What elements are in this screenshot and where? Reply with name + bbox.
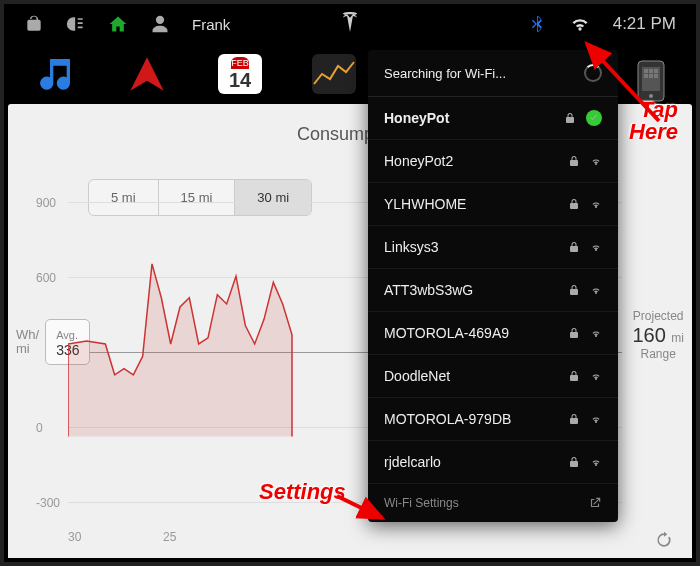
username-label[interactable]: Frank [192,16,230,33]
lock-icon [564,112,576,124]
xtick-30: 30 [68,530,81,544]
wifi-signal-icon [590,198,602,210]
person-icon[interactable] [150,14,170,34]
wifi-icon[interactable] [569,14,591,34]
phone-app[interactable] [636,59,666,107]
svg-rect-6 [649,69,653,73]
lock-icon [568,155,580,167]
lock-icon [568,284,580,296]
wifi-network-row[interactable]: HoneyPot [368,97,618,140]
wifi-signal-icon [590,284,602,296]
projected-box: Projected 160 mi Range [632,309,684,362]
ytick-n300: -300 [36,496,60,510]
wifi-network-row[interactable]: YLHWHOME [368,183,618,226]
wifi-network-name: Linksys3 [384,239,438,255]
energy-app[interactable] [312,54,356,94]
svg-rect-9 [649,74,653,78]
svg-rect-10 [654,74,658,78]
status-bar: Frank 4:21 PM [4,4,696,44]
wifi-network-name: YLHWHOME [384,196,466,212]
wifi-network-row[interactable]: rjdelcarlo [368,441,618,484]
wifi-signal-icon [590,370,602,382]
lock-icon [568,370,580,382]
lock-icon [568,413,580,425]
xtick-25: 25 [163,530,176,544]
wifi-signal-icon [590,241,602,253]
calendar-app[interactable]: FEB 14 [218,54,262,94]
bluetooth-icon[interactable] [527,14,547,34]
wifi-signal-icon [590,327,602,339]
wifi-signal-icon [590,456,602,468]
headlights-icon[interactable] [66,14,86,34]
wifi-network-name: HoneyPot2 [384,153,453,169]
wifi-network-name: MOTOROLA-469A9 [384,325,509,341]
calendar-day: 14 [229,69,251,92]
home-icon[interactable] [108,14,128,34]
wifi-settings-link[interactable]: Wi-Fi Settings [368,484,618,522]
svg-rect-7 [654,69,658,73]
wifi-signal-icon [590,155,602,167]
calendar-month: FEB [231,57,249,69]
wifi-network-row[interactable]: MOTOROLA-979DB [368,398,618,441]
wifi-network-row[interactable]: Linksys3 [368,226,618,269]
lock-icon [568,456,580,468]
wifi-network-row[interactable]: HoneyPot2 [368,140,618,183]
wifi-dropdown: Searching for Wi-Fi... HoneyPotHoneyPot2… [368,50,618,522]
wifi-network-name: DoodleNet [384,368,450,384]
wifi-header: Searching for Wi-Fi... [368,50,618,97]
wifi-network-name: HoneyPot [384,110,449,126]
lock-icon [568,241,580,253]
unlock-icon[interactable] [24,14,44,34]
ytick-600: 600 [36,271,56,285]
external-link-icon [588,496,602,510]
ytick-0: 0 [36,421,43,435]
lock-icon [568,198,580,210]
svg-rect-5 [644,69,648,73]
wifi-network-row[interactable]: ATT3wbS3wG [368,269,618,312]
svg-rect-8 [644,74,648,78]
lock-icon [568,327,580,339]
wifi-network-name: MOTOROLA-979DB [384,411,511,427]
svg-point-4 [649,94,653,98]
nav-app[interactable] [126,53,168,95]
spinner-icon [584,64,602,82]
check-icon [586,110,602,126]
refresh-icon[interactable] [654,530,674,550]
wifi-signal-icon [590,413,602,425]
music-app[interactable] [34,53,76,95]
wifi-network-row[interactable]: DoodleNet [368,355,618,398]
clock-label: 4:21 PM [613,14,676,34]
tesla-logo-icon[interactable] [341,12,359,32]
wifi-network-name: ATT3wbS3wG [384,282,473,298]
wifi-network-row[interactable]: MOTOROLA-469A9 [368,312,618,355]
ytick-900: 900 [36,196,56,210]
wifi-network-name: rjdelcarlo [384,454,441,470]
